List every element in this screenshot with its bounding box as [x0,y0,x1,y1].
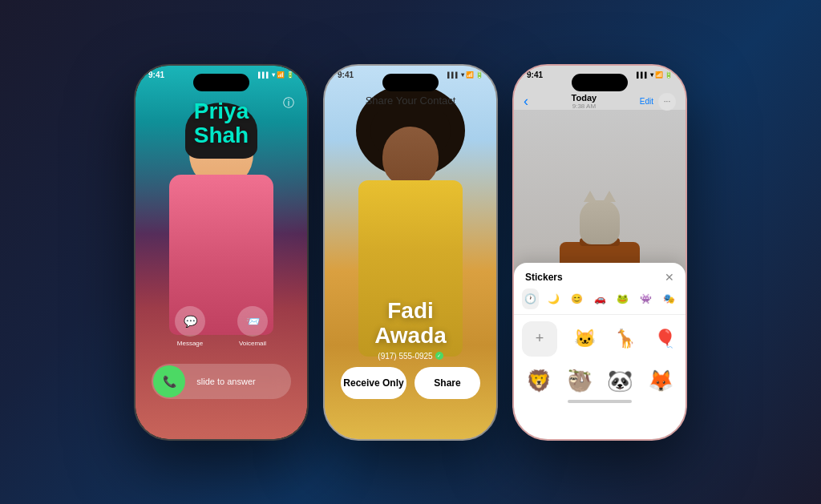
header-subtitle: 9:38 AM [572,103,597,110]
receive-only-button[interactable]: Receive Only [341,367,406,399]
header-title: Today [572,93,597,103]
edit-button[interactable]: Edit [640,97,653,106]
call-actions: 💬 Message 📨 Voicemail [135,306,307,347]
sticker-tab-more[interactable]: 🎭 [661,288,677,309]
phone1-screen: ⓘ 9:41 ▌▌▌ ▾ 📶 🔋 Priya Shah [135,66,307,439]
stickers-panel: Stickers ✕ 🕐 🌙 😊 🚗 🐸 👾 🎭 + 🐱 [514,263,686,439]
phone2-screen: 9:41 ▌▌▌ ▾ 📶 🔋 Share Your Contact Fadi A… [325,66,496,439]
header-title-area: Today 9:38 AM [572,93,597,110]
phone2-status-icons: ▌▌▌ ▾ 📶 🔋 [447,71,483,79]
sticker-tab-character1[interactable]: 🐸 [614,288,631,309]
phone-2: 9:41 ▌▌▌ ▾ 📶 🔋 Share Your Contact Fadi A… [323,64,498,441]
contact-phone: (917) 555-0925 ✓ [325,352,496,361]
back-button[interactable]: ‹ [524,93,528,110]
sticker-fox[interactable]: 🦊 [644,363,678,400]
share-contact-title: Share Your Contact [325,95,496,107]
header-actions: Edit ··· [640,93,676,111]
sticker-cat[interactable]: 🐱 [567,321,602,357]
phones-container: ⓘ 9:41 ▌▌▌ ▾ 📶 🔋 Priya Shah [118,48,703,457]
contact-name-line1: Fadi [325,299,496,324]
phone-3: 9:41 ▌▌▌ ▾ 📶 🔋 ‹ Today 9:38 AM Edit [512,64,687,441]
phone3-screen: 9:41 ▌▌▌ ▾ 📶 🔋 ‹ Today 9:38 AM Edit [514,66,686,439]
phone1-time: 9:41 [148,71,164,79]
sticker-lion[interactable]: 🦁 [522,363,556,400]
sticker-balloon[interactable]: 🎈 [647,321,682,357]
add-sticker-button[interactable]: + [522,321,557,357]
caller-name: Priya Shah [135,99,307,149]
phone1-status-icons: ▌▌▌ ▾ 📶 🔋 [258,71,294,79]
sticker-tab-recent[interactable]: 🕐 [522,288,539,309]
voicemail-action[interactable]: 📨 Voicemail [237,306,268,347]
share-contact-buttons: Receive Only Share [341,367,480,399]
slide-to-answer-bar[interactable]: 📞 slide to answer [152,364,291,399]
message-icon[interactable]: 💬 [175,306,205,337]
more-button[interactable]: ··· [658,93,676,111]
voicemail-icon[interactable]: 📨 [237,306,268,337]
slide-to-answer-label: slide to answer [185,377,291,386]
sticker-tab-character2[interactable]: 👾 [637,288,654,309]
sticker-sloth[interactable]: 🦥 [563,363,597,400]
phone2-time: 9:41 [338,71,354,79]
home-indicator-3 [568,400,632,403]
caller-name-text: Priya Shah [135,99,307,149]
stickers-grid-row1: + 🐱 🦒 🎈 🚗 [514,315,686,363]
dynamic-island-3 [572,74,628,91]
sticker-panda[interactable]: 🐼 [603,363,637,400]
sticker-tab-nature[interactable]: 🌙 [545,288,562,309]
contact-name-line2: Awada [325,324,496,349]
dynamic-island-2 [382,74,439,91]
verified-icon: ✓ [435,352,443,360]
sticker-tab-car[interactable]: 🚗 [592,288,609,309]
messages-header: ‹ Today 9:38 AM Edit ··· [514,90,686,114]
stickers-grid-row2: 🦁 🦥 🐼 🦊 [514,363,686,400]
info-icon[interactable]: ⓘ [283,96,294,111]
stickers-close-button[interactable]: ✕ [665,271,674,284]
sticker-tab-emoji[interactable]: 😊 [568,288,585,309]
share-button[interactable]: Share [415,367,480,399]
phone-1: ⓘ 9:41 ▌▌▌ ▾ 📶 🔋 Priya Shah [134,64,309,441]
sticker-giraffe[interactable]: 🦒 [607,321,642,357]
message-action[interactable]: 💬 Message [175,306,205,347]
phone3-status-icons: ▌▌▌ ▾ 📶 🔋 [637,71,673,79]
stickers-title: Stickers [525,272,563,283]
dynamic-island-1 [193,74,249,91]
contact-info: Fadi Awada (917) 555-0925 ✓ [325,299,496,361]
answer-button[interactable]: 📞 [153,365,185,397]
stickers-tabs: 🕐 🌙 😊 🚗 🐸 👾 🎭 [514,288,686,315]
phone3-time: 9:41 [527,71,543,79]
stickers-header: Stickers ✕ [514,263,686,288]
